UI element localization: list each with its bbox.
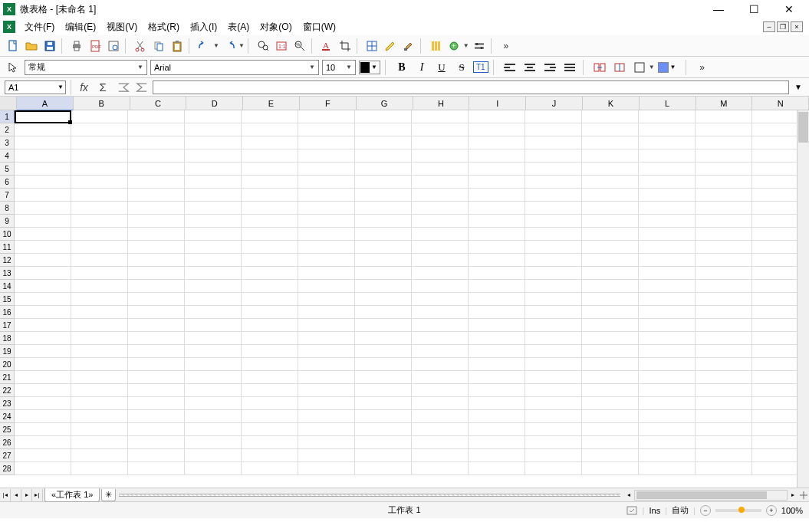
cell[interactable] (469, 345, 525, 358)
row-header[interactable]: 15 (0, 293, 15, 306)
row-header[interactable]: 1 (0, 110, 15, 123)
column-header[interactable]: N (752, 97, 809, 110)
cell[interactable] (525, 241, 582, 254)
cell[interactable] (469, 149, 525, 163)
column-header[interactable]: M (696, 97, 753, 110)
menu-view[interactable]: 视图(V) (102, 19, 142, 35)
cell[interactable] (298, 358, 355, 371)
cell[interactable] (298, 136, 355, 149)
font-color-well[interactable]: ▼ (359, 61, 380, 74)
row-header[interactable]: 17 (0, 319, 15, 332)
cell[interactable] (185, 436, 242, 449)
cell[interactable] (185, 280, 242, 293)
row-header[interactable]: 8 (0, 202, 15, 215)
cell[interactable] (469, 332, 525, 345)
cell[interactable] (71, 163, 128, 176)
cell[interactable] (355, 202, 412, 215)
cell[interactable] (696, 241, 752, 254)
cell[interactable] (525, 176, 582, 189)
cell[interactable] (582, 136, 639, 149)
cell[interactable] (242, 254, 298, 267)
cell[interactable] (639, 436, 696, 449)
cell[interactable] (525, 228, 582, 241)
tab-splitter[interactable] (119, 494, 620, 497)
find-icon[interactable] (255, 38, 271, 54)
cell[interactable] (469, 215, 525, 228)
cell[interactable] (128, 241, 185, 254)
cell[interactable] (71, 110, 128, 123)
cell[interactable] (128, 345, 185, 358)
cell[interactable] (525, 397, 582, 410)
cell[interactable] (639, 136, 696, 149)
cell[interactable] (525, 136, 582, 149)
cell[interactable] (355, 215, 412, 228)
hscroll-right-button[interactable]: ▸ (788, 491, 798, 498)
cell[interactable] (15, 254, 71, 267)
cell[interactable] (469, 319, 525, 332)
cell[interactable] (298, 332, 355, 345)
cell[interactable] (696, 163, 752, 176)
cell[interactable] (128, 280, 185, 293)
cell[interactable] (298, 280, 355, 293)
cell[interactable] (71, 280, 128, 293)
cell[interactable] (242, 371, 298, 384)
border-style-button[interactable]: ▼ (631, 59, 655, 76)
cell[interactable] (242, 136, 298, 149)
cell[interactable] (185, 397, 242, 410)
cell[interactable] (582, 410, 639, 423)
row-header[interactable]: 28 (0, 462, 15, 475)
cell[interactable] (298, 254, 355, 267)
cell[interactable] (15, 202, 71, 215)
cell[interactable] (355, 319, 412, 332)
next-sheet-button[interactable]: ▸ (21, 489, 32, 501)
cell[interactable] (639, 176, 696, 189)
cell[interactable] (469, 462, 525, 475)
cell[interactable] (128, 189, 185, 202)
cell[interactable] (128, 254, 185, 267)
cell[interactable] (696, 423, 752, 436)
row-header[interactable]: 4 (0, 149, 15, 163)
cell[interactable] (298, 384, 355, 397)
cell[interactable] (71, 149, 128, 163)
cell[interactable] (128, 136, 185, 149)
align-left-button[interactable] (502, 60, 518, 75)
text-box-button[interactable]: T1 (473, 61, 488, 73)
row-header[interactable]: 14 (0, 280, 15, 293)
cell[interactable] (298, 241, 355, 254)
cell[interactable] (15, 423, 71, 436)
cell[interactable] (298, 319, 355, 332)
cell[interactable] (242, 149, 298, 163)
cell[interactable] (525, 215, 582, 228)
cell[interactable] (355, 228, 412, 241)
column-width-icon[interactable] (427, 38, 444, 54)
cell[interactable] (185, 371, 242, 384)
cell[interactable] (582, 149, 639, 163)
cell[interactable] (71, 254, 128, 267)
cell[interactable] (355, 267, 412, 280)
cell[interactable] (355, 176, 412, 189)
cell[interactable] (71, 332, 128, 345)
row-header[interactable]: 13 (0, 267, 15, 280)
cell[interactable] (71, 319, 128, 332)
italic-button[interactable]: I (413, 60, 430, 75)
font-color-icon[interactable]: A (318, 38, 335, 54)
cell[interactable] (71, 176, 128, 189)
cell[interactable] (15, 397, 71, 410)
cell[interactable] (525, 332, 582, 345)
column-header[interactable]: K (583, 97, 640, 110)
cell[interactable] (15, 449, 71, 462)
cell[interactable] (185, 384, 242, 397)
cell[interactable] (525, 384, 582, 397)
cell[interactable] (242, 241, 298, 254)
mdi-restore-button[interactable]: ❐ (777, 21, 789, 32)
cell[interactable] (469, 254, 525, 267)
cell[interactable] (298, 293, 355, 306)
column-header[interactable]: A (17, 97, 74, 110)
row-header[interactable]: 19 (0, 345, 15, 358)
column-header[interactable]: D (186, 97, 243, 110)
cell[interactable] (71, 241, 128, 254)
cell[interactable] (469, 449, 525, 462)
cell[interactable] (355, 410, 412, 423)
cell[interactable] (525, 371, 582, 384)
function-wizard-icon[interactable]: fx (79, 80, 94, 94)
